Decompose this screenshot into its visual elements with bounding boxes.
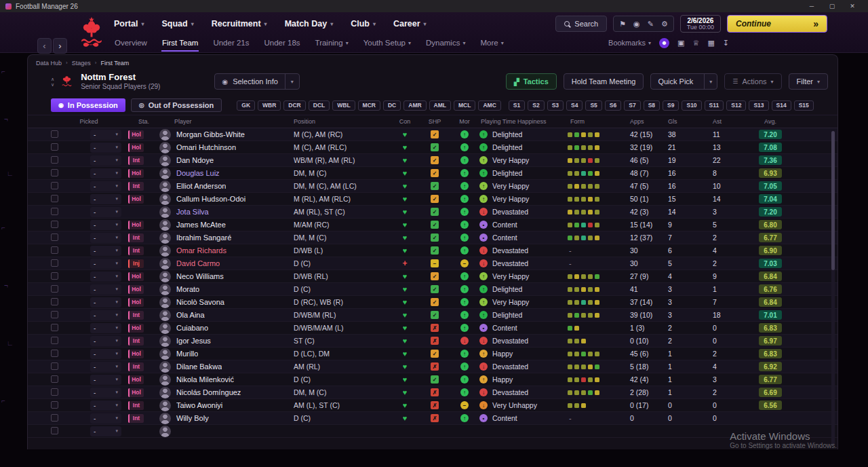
cell-player[interactable] [159,426,294,437]
column-header-shp[interactable]: SHP [420,118,450,125]
player-name[interactable]: Cuiabano [176,324,208,332]
column-header-form[interactable]: Form [568,118,626,125]
player-row[interactable]: -▾HolJames McAteeM/AM (RC)♥✓↑•Content15 … [28,219,837,231]
ball-icon[interactable]: ◉ [633,20,640,29]
player-name[interactable]: Neco Williams [176,272,224,280]
menu-recruitment[interactable]: Recruitment▾ [212,19,267,29]
position-chip-s5[interactable]: S5 [585,100,601,111]
position-chip-s7[interactable]: S7 [624,100,640,111]
column-header-mor[interactable]: Mor [450,118,479,125]
cell-player[interactable]: Omari Hutchinson [159,142,294,153]
position-chip-dcr[interactable]: DCR [283,100,305,111]
player-row[interactable]: -▾HolNicolò SavonaD (RC), WB (R)♥✓↑↑Very… [28,296,837,309]
position-chip-s10[interactable]: S10 [682,100,701,111]
column-header-position[interactable]: Position [294,118,390,125]
player-name[interactable]: Nicolás Domínguez [176,388,241,396]
picked-dropdown[interactable]: -▾ [90,233,121,243]
column-header-picked[interactable]: Picked [50,118,128,125]
row-checkbox[interactable] [51,208,58,215]
player-row[interactable]: -▾IntOmar RichardsD/WB (L)♥✓↑↓Devastated… [28,244,837,257]
cell-player[interactable]: Elliot Anderson [159,181,294,192]
player-row[interactable]: -▾Jota SilvaAM (RL), ST (C)♥✓↑↓Devastate… [28,206,837,219]
position-chip-dcl[interactable]: DCL [309,100,330,111]
maximize-button[interactable]: ▢ [822,3,842,10]
player-row[interactable]: -▾HolCuiabanoD/WB/M/AM (L)♥✗↑•Content1 (… [28,322,837,335]
menu-match-day[interactable]: Match Day▾ [285,19,334,29]
player-name[interactable]: Taiwo Awoniyi [176,401,222,409]
selection-info-dropdown[interactable]: ◉ Selection Info ▾ [214,73,299,90]
position-chip-s14[interactable]: S14 [772,100,791,111]
column-header-playing-time-happiness[interactable]: Playing Time Happiness [479,118,568,125]
cell-player[interactable]: Ibrahim Sangaré [159,232,294,244]
picked-dropdown[interactable]: -▾ [90,336,121,346]
calendar-icon[interactable]: ▦ [707,39,714,48]
picked-dropdown[interactable]: -▾ [90,284,121,295]
vertical-scrollbar[interactable] [831,131,835,445]
row-checkbox[interactable] [51,337,58,344]
player-name[interactable]: Ola Aina [176,311,205,319]
cell-player[interactable]: Taiwo Awoniyi [159,400,294,411]
cell-player[interactable]: Morgan Gibbs-White [159,129,294,141]
row-checkbox[interactable] [51,169,58,176]
picked-dropdown[interactable]: -▾ [90,323,121,333]
menu-squad[interactable]: Squad▾ [161,19,193,29]
bookmarks-button[interactable]: Bookmarks ▾ [608,39,651,47]
player-row[interactable]: -▾ [28,425,837,438]
cell-player[interactable]: Dilane Bakwa [159,361,294,373]
tab-under-21s[interactable]: Under 21s [212,34,250,52]
tab-dynamics[interactable]: Dynamics▾ [425,34,467,52]
player-name[interactable]: Omari Hutchinson [176,143,236,151]
squad-icon[interactable]: ▣ [677,39,684,48]
row-checkbox[interactable] [51,362,58,370]
tab-first-team[interactable]: First Team [161,34,199,52]
position-chip-s1[interactable]: S1 [509,100,525,111]
cell-player[interactable]: Igor Jesus [159,335,294,347]
player-name[interactable]: Morato [176,285,199,293]
cell-player[interactable]: Douglas Luiz [159,168,294,179]
actions-button[interactable]: ☰ Actions ▾ [724,73,781,90]
player-name[interactable]: Elliot Anderson [176,182,226,190]
picked-dropdown[interactable]: -▾ [90,155,121,166]
cell-player[interactable]: Murillo [159,348,294,360]
quick-pick-button[interactable]: Quick Pick ▾ [650,73,717,90]
menu-club[interactable]: Club▾ [351,19,376,29]
row-checkbox[interactable] [51,285,58,293]
position-chip-s8[interactable]: S8 [644,100,660,111]
player-row[interactable]: -▾HolCallum Hudson-OdoiM (RL), AM (RLC)♥… [28,193,837,206]
row-checkbox[interactable] [51,259,58,267]
bookmark-icon[interactable]: ⚑ [619,20,626,29]
player-name[interactable]: Nicolò Savona [176,298,224,306]
player-row[interactable]: -▾InjDavid CarmoD (C)+−−↓Devastated-3052… [28,257,837,270]
assistant-icon[interactable]: ☻ [659,38,669,48]
row-checkbox[interactable] [51,234,58,241]
player-name[interactable]: Willy Boly [176,414,209,422]
player-row[interactable]: -▾IntTaiwo AwoniyiAM (L), ST (C)♥✗−↓Very… [28,399,837,412]
cell-player[interactable]: Callum Hudson-Odoi [159,193,294,205]
column-header-avg[interactable]: Avg. [751,118,790,125]
position-chip-aml[interactable]: AML [429,100,451,111]
scrollbar-thumb[interactable] [831,131,835,270]
row-checkbox[interactable] [51,311,58,318]
tab-out-of-possession[interactable]: ◎ Out of Possession [131,98,222,112]
player-row[interactable]: -▾IntDilane BakwaAM (RL)♥✗↑↓Devastated5 … [28,360,837,373]
cell-player[interactable]: Nicolò Savona [159,297,294,308]
menu-career[interactable]: Career▾ [393,19,427,29]
picked-dropdown[interactable]: -▾ [90,259,121,269]
row-checkbox[interactable] [51,182,58,189]
cell-player[interactable]: Dan Ndoye [159,155,294,166]
cell-player[interactable]: Jota Silva [159,206,294,218]
position-chip-mcr[interactable]: MCR [358,100,380,111]
export-icon[interactable]: ↧ [723,39,729,48]
player-name[interactable]: Callum Hudson-Odoi [176,195,245,203]
player-row[interactable]: -▾IntDan NdoyeWB/M (R), AM (RL)♥✓↑↑Very … [28,154,837,167]
player-row[interactable]: -▾HolNikola MilenkovićD (C)♥✓↑↑Happy42 (… [28,373,837,386]
cell-player[interactable]: David Carmo [159,258,294,269]
tab-overview[interactable]: Overview [114,34,148,52]
row-checkbox[interactable] [51,143,58,151]
row-checkbox[interactable] [51,350,58,357]
player-row[interactable]: -▾HolNeco WilliamsD/WB (RL)♥✓↑↑Very Happ… [28,270,837,283]
player-name[interactable]: Morgan Gibbs-White [176,130,245,138]
tab-more[interactable]: More▾ [479,34,504,52]
position-chip-mcl[interactable]: MCL [454,100,475,111]
player-row[interactable]: -▾HolMoratoD (C)♥✓↑↑Delighted41316.76 [28,283,837,296]
